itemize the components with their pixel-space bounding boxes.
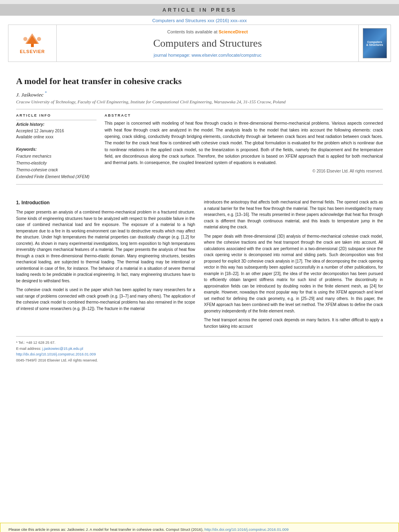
sciencedirect-line: Contents lists available at ScienceDirec… [167, 29, 248, 34]
body-col1-p1: The paper presents an analysis of a comb… [16, 209, 195, 284]
author-sup: * [45, 90, 47, 95]
aip-text: ARTICLE IN PRESS [162, 7, 237, 13]
contents-label: Contents lists available at [167, 29, 218, 34]
body-col2-p2: The paper deals with three-dimensional (… [204, 233, 383, 314]
body-col2-p1: introduces the anisotropy that affects b… [204, 199, 383, 230]
section1-title: 1. Introduction [16, 199, 195, 207]
affiliation: Cracow University of Technology, Faculty… [16, 99, 383, 105]
body-col-right: introduces the anisotropy that affects b… [204, 199, 383, 332]
divider-1 [16, 109, 383, 109]
homepage-link[interactable]: journal homepage: www.elsevier.com/locat… [154, 53, 261, 58]
sciencedirect-link[interactable]: ScienceDirect [219, 29, 248, 34]
footnote-email: E-mail address: j.jaskowiec@15.pk.edu.pl [16, 346, 383, 351]
keyword-1: Fracture mechanics [16, 153, 97, 160]
copyright-line: © 2016 Elsevier Ltd. All rights reserved… [105, 169, 383, 173]
journal-ref-link[interactable]: Computers and Structures xxx (2016) xxx–… [152, 18, 247, 23]
abstract-text: This paper is concerned with modeling of… [105, 120, 383, 166]
divider-2 [16, 184, 383, 185]
footnote-email-label: E-mail address: [16, 347, 41, 351]
citation-bar: Please cite this article in press as: Ja… [0, 523, 399, 532]
footnote-email-link[interactable]: j.jaskowiec@15.pk.edu.pl [42, 347, 83, 351]
author-line: J. Jaśkowiec * [16, 90, 383, 98]
body-col2-p3: The heat transport across the opened cra… [204, 317, 383, 329]
keywords-label: Keywords: [16, 147, 97, 152]
body-col1-p2: The cohesive crack model is used in the … [16, 287, 195, 312]
abstract-title: ABSTRACT [105, 113, 383, 117]
info-divider [16, 120, 97, 120]
author-name: J. Jaśkowiec [16, 91, 43, 97]
journal-thumbnail-area: Computers & Structures [358, 25, 391, 62]
article-info-col: ARTICLE INFO Article history: Accepted 1… [16, 113, 97, 180]
citation-link[interactable]: http://dx.doi.org/10.1016/j.compstruc.20… [204, 527, 288, 532]
journal-header-box: ELSEVIER Contents lists available at Sci… [8, 25, 391, 62]
keywords-list: Fracture mechanics Thermo-elasticity The… [16, 153, 97, 180]
journal-link-line: Computers and Structures xxx (2016) xxx–… [0, 16, 399, 25]
aip-banner: ARTICLE IN PRESS [0, 4, 399, 16]
footnote-area: * Tel.: +48 12 628 25 67. E-mail address… [16, 336, 383, 363]
journal-homepage: journal homepage: www.elsevier.com/locat… [154, 53, 261, 58]
history-label: Article history: [16, 122, 97, 127]
body-columns: 1. Introduction The paper presents an an… [16, 199, 383, 332]
citation-text: Please cite this article in press as: Ja… [8, 527, 204, 532]
body-col-left: 1. Introduction The paper presents an an… [16, 199, 195, 332]
elsevier-logo-area: ELSEVIER [8, 25, 57, 62]
footnote-issn: 0045-7949/© 2016 Elsevier Ltd. All right… [16, 357, 383, 363]
info-abstract-section: ARTICLE INFO Article history: Accepted 1… [16, 113, 383, 180]
available-online: Available online xxxx [16, 134, 97, 140]
footnote-doi-link[interactable]: http://dx.doi.org/10.1016/j.compstruc.20… [16, 352, 96, 356]
elsevier-wordmark: ELSEVIER [20, 49, 45, 54]
article-info-title: ARTICLE INFO [16, 113, 97, 117]
abstract-col: ABSTRACT This paper is concerned with mo… [105, 113, 383, 180]
svg-rect-0 [31, 44, 34, 47]
elsevier-tree-icon [21, 33, 43, 48]
footnote-doi: http://dx.doi.org/10.1016/j.compstruc.20… [16, 351, 383, 357]
elsevier-logo: ELSEVIER [14, 31, 51, 55]
keyword-2: Thermo-elasticity [16, 160, 97, 166]
svg-point-3 [23, 37, 27, 41]
accepted-date: Accepted 12 January 2016 [16, 128, 97, 134]
article-title: A model for heat transfer in cohesive cr… [16, 76, 383, 87]
page: ARTICLE IN PRESS Computers and Structure… [0, 4, 399, 532]
journal-cover-thumb: Computers & Structures [363, 28, 387, 58]
journal-header-center: Contents lists available at ScienceDirec… [57, 25, 358, 62]
footnote-tel: * Tel.: +48 12 628 25 67. [16, 340, 383, 345]
thumb-text-line1: Computers [367, 41, 382, 43]
main-content: A model for heat transfer in cohesive cr… [0, 66, 399, 523]
journal-title: Computers and Structures [153, 37, 262, 49]
thumb-text-line2: & Structures [366, 43, 383, 46]
keyword-4: Extended Finite Element Method (XFEM) [16, 173, 97, 180]
svg-point-4 [37, 37, 41, 41]
keyword-3: Thermo-cohesive crack [16, 166, 97, 173]
